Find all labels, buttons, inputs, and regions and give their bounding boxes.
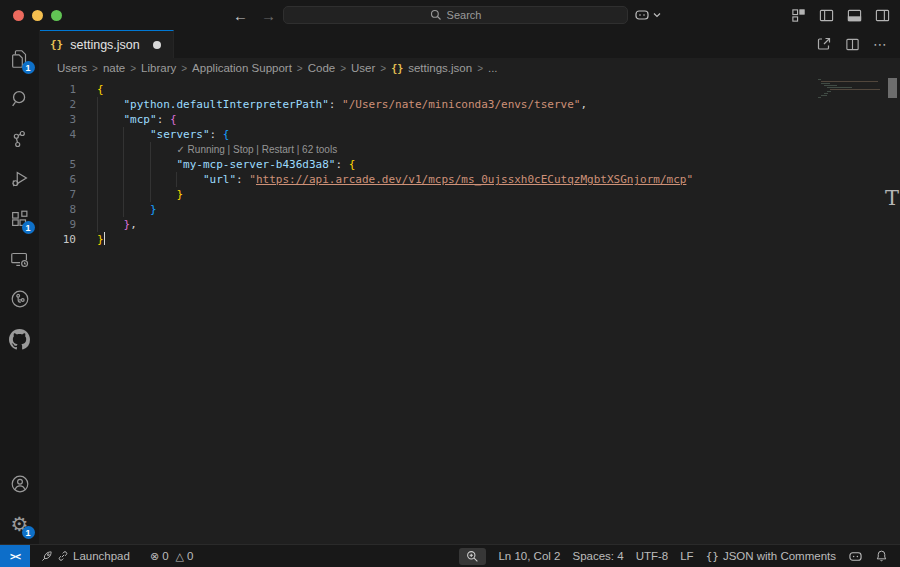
breadcrumb-item[interactable]: User — [351, 62, 375, 74]
customize-layout-icon[interactable] — [791, 8, 806, 23]
window-controls — [13, 10, 62, 21]
tab-label: settings.json — [70, 38, 139, 52]
search-icon — [430, 9, 442, 21]
code-rows: 1{2 "python.defaultInterpreterPath": "/U… — [40, 78, 900, 247]
zoom-in-icon — [466, 550, 479, 563]
breadcrumb-trailing[interactable]: ... — [488, 62, 498, 74]
more-actions-button[interactable]: ⋯ — [873, 36, 888, 52]
sidebar-item-remote-explorer[interactable] — [0, 239, 40, 279]
code-line-1: 1{ — [40, 82, 900, 97]
overlay-t-glyph: T — [885, 186, 899, 210]
accounts-icon — [9, 473, 31, 495]
error-count: 0 — [162, 550, 168, 562]
run-debug-icon — [9, 168, 31, 190]
copilot-menu[interactable] — [634, 0, 661, 30]
tab-bar: {} settings.json — [40, 30, 900, 58]
explorer-badge: 1 — [22, 61, 35, 74]
codelens-row[interactable]: ✓ Running | Stop | Restart | 62 tools — [40, 142, 900, 157]
tab-settings-json[interactable]: {} settings.json — [40, 30, 174, 58]
language-mode[interactable]: {} JSON with Comments — [700, 545, 842, 567]
zoom-status-item[interactable] — [459, 548, 486, 565]
close-button[interactable] — [13, 10, 24, 21]
crumb-separator: > — [297, 63, 303, 74]
chevron-down-icon — [653, 12, 661, 18]
activity-bar: 1 — [0, 30, 40, 544]
search-view-icon — [9, 88, 31, 110]
indentation[interactable]: Spaces: 4 — [566, 545, 629, 567]
code-line-3: 3 "mcp": { — [40, 112, 900, 127]
remote-icon: >< — [10, 551, 20, 562]
crumb-separator: > — [477, 63, 483, 74]
json-file-icon: {} — [50, 38, 63, 51]
launchpad-status-item[interactable]: Launchpad — [34, 545, 136, 567]
copilot-status-icon — [848, 550, 863, 563]
vscode-window: ← → Search — [0, 0, 900, 567]
title-bar: ← → Search — [0, 0, 900, 30]
toggle-primary-sidebar-icon[interactable] — [819, 8, 834, 23]
go-back-button[interactable]: ← — [233, 7, 248, 24]
source-control-icon — [9, 128, 31, 150]
breadcrumb-file[interactable]: settings.json — [408, 62, 472, 74]
zoom-button[interactable] — [51, 10, 62, 21]
code-line-10: 10} — [40, 232, 900, 247]
sidebar-item-run-debug[interactable] — [0, 159, 40, 199]
sidebar-item-source-control[interactable] — [0, 119, 40, 159]
launchpad-label: Launchpad — [73, 550, 130, 562]
remote-explorer-icon — [9, 248, 31, 270]
json-file-icon: {} — [391, 63, 403, 74]
bell-icon — [875, 549, 888, 563]
sidebar-item-commit-graph[interactable] — [0, 279, 40, 319]
indent-guide — [123, 127, 124, 217]
code-editor[interactable]: 1{2 "python.defaultInterpreterPath": "/U… — [40, 78, 900, 544]
code-line-6: 6 "url": "https://api.arcade.dev/v1/mcps… — [40, 172, 900, 187]
toggle-secondary-sidebar-icon[interactable] — [875, 8, 890, 23]
minimap[interactable] — [818, 79, 884, 99]
cursor-position[interactable]: Ln 10, Col 2 — [492, 545, 566, 567]
editor-scrollbar[interactable] — [888, 78, 897, 98]
sidebar-item-extensions[interactable]: 1 — [0, 199, 40, 239]
go-forward-button[interactable]: → — [261, 7, 276, 24]
indent-guide — [176, 172, 177, 187]
crumb-separator: > — [92, 63, 98, 74]
settings-gear-button[interactable]: ⚙ 1 — [0, 504, 40, 544]
notifications-bell[interactable] — [869, 545, 894, 567]
code-line-9: 9 }, — [40, 217, 900, 232]
breadcrumb-item[interactable]: Code — [308, 62, 336, 74]
copilot-status-item[interactable] — [842, 545, 869, 567]
breadcrumb: Users>nate>Library>Application Support>C… — [40, 58, 900, 78]
code-line-7: 7 } — [40, 187, 900, 202]
github-icon — [9, 329, 30, 350]
code-line-5: 5 "my-mcp-server-b436d3a8": { — [40, 157, 900, 172]
sidebar-item-search[interactable] — [0, 79, 40, 119]
problems-status-item[interactable]: ⊗ 0 △ 0 — [144, 545, 200, 567]
warning-icon: △ — [176, 550, 184, 563]
breadcrumb-item[interactable]: nate — [103, 62, 125, 74]
code-line-4: 4 "servers": { — [40, 127, 900, 142]
search-placeholder: Search — [447, 9, 482, 21]
rocket-icon — [40, 550, 53, 563]
breadcrumb-item[interactable]: Application Support — [192, 62, 292, 74]
split-editor-icon[interactable] — [845, 37, 860, 52]
modified-dot[interactable] — [153, 41, 161, 49]
copilot-icon — [634, 8, 650, 22]
breadcrumb-item[interactable]: Library — [141, 62, 176, 74]
sidebar-item-explorer[interactable]: 1 — [0, 39, 40, 79]
indent-guide — [150, 142, 151, 202]
sidebar-item-github[interactable] — [0, 319, 40, 359]
accounts-button[interactable] — [0, 464, 40, 504]
open-settings-ui-icon[interactable] — [816, 36, 832, 52]
encoding[interactable]: UTF-8 — [630, 545, 675, 567]
crumb-separator: > — [340, 63, 346, 74]
command-center-search[interactable]: Search — [283, 6, 628, 24]
language-icon: {} — [706, 550, 719, 563]
minimize-button[interactable] — [32, 10, 43, 21]
breadcrumb-item[interactable]: Users — [57, 62, 87, 74]
remote-indicator[interactable]: >< — [0, 545, 30, 567]
indent-guide — [97, 97, 98, 232]
settings-badge: 1 — [22, 526, 35, 539]
toggle-panel-icon[interactable] — [847, 8, 862, 23]
crumb-separator: > — [181, 63, 187, 74]
crumb-separator: > — [130, 63, 136, 74]
commit-graph-icon — [9, 288, 31, 310]
eol-sequence[interactable]: LF — [674, 545, 699, 567]
